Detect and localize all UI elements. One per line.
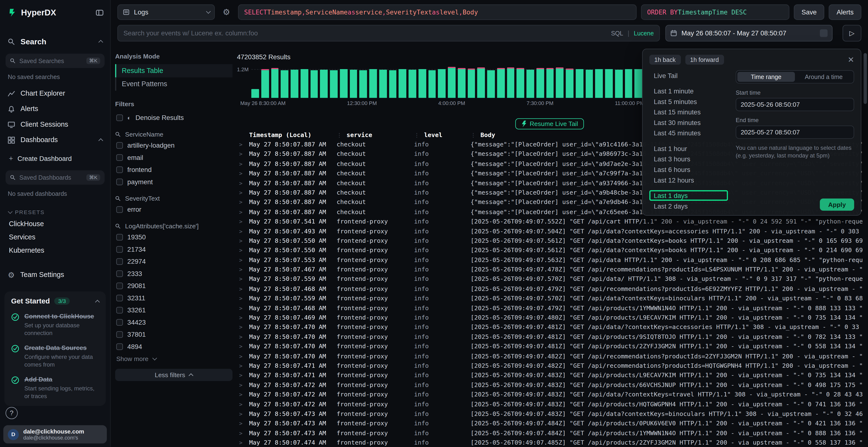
facet-value-checkbox[interactable]: 33261 <box>115 304 233 316</box>
log-row[interactable]: >May 27 8:50:07.559 AMfrontend-proxyinfo… <box>237 276 863 285</box>
analysis-mode-option[interactable]: Event Patterns <box>115 77 233 91</box>
log-row[interactable]: >May 27 8:50:07.493 AMfrontend-proxyinfo… <box>237 228 863 237</box>
create-dashboard-button[interactable]: + Create Dashboard <box>0 150 110 166</box>
facet-value-checkbox[interactable]: 4894 <box>115 341 233 353</box>
facet-value-checkbox[interactable]: 2333 <box>115 268 233 280</box>
alerts-button[interactable]: Alerts <box>829 4 862 20</box>
collapse-sidebar-icon[interactable] <box>96 9 103 16</box>
facet-field-header[interactable]: LogAttributes['cache.size'] <box>115 223 233 230</box>
sql-toggle[interactable]: SQL <box>611 30 623 37</box>
lucene-toggle[interactable]: Lucene <box>634 30 654 37</box>
help-button[interactable]: ? <box>5 407 18 419</box>
get-started-step[interactable]: Create Data SourcesConfigure where your … <box>11 344 99 369</box>
less-filters-button[interactable]: Less filters <box>115 369 233 381</box>
shift-back-button[interactable]: 1h back <box>649 55 681 65</box>
facet-value-checkbox[interactable]: 21734 <box>115 243 233 255</box>
scrollbar[interactable] <box>864 52 867 443</box>
log-row[interactable]: >May 27 8:50:07.471 AMfrontend-proxyinfo… <box>237 362 863 372</box>
log-row[interactable]: >May 27 8:50:07.473 AMfrontend-proxyinfo… <box>237 410 863 420</box>
log-row[interactable]: >May 27 8:50:07.470 AMfrontend-proxyinfo… <box>237 324 863 333</box>
facet-field-header[interactable]: ServiceName <box>115 131 233 138</box>
column-resize-handle[interactable]: ⋮ <box>414 132 420 138</box>
end-time-input[interactable] <box>736 126 854 139</box>
sidebar-item-dashboards[interactable]: Dashboards <box>0 132 110 148</box>
facet-value-checkbox[interactable]: 32311 <box>115 292 233 304</box>
run-query-button[interactable]: ▷ <box>842 25 861 41</box>
facet-value-checkbox[interactable]: artillery-loadgen <box>115 139 233 152</box>
facet-value-checkbox[interactable]: 19350 <box>115 231 233 243</box>
facet-value-checkbox[interactable]: frontend <box>115 164 233 176</box>
tab-around-a-time[interactable]: Around a time <box>795 72 852 82</box>
analysis-mode-option[interactable]: Results Table <box>115 64 233 77</box>
saved-dashboards-input[interactable]: Saved Dashboards ⌘K <box>5 170 105 185</box>
log-row[interactable]: >May 27 8:50:07.553 AMfrontend-proxyinfo… <box>237 256 863 266</box>
time-option[interactable]: Last 1 minute <box>649 86 728 96</box>
scrollbar-thumb[interactable] <box>864 53 867 104</box>
saved-searches-input[interactable]: Saved Searches ⌘K <box>5 54 105 68</box>
user-menu[interactable]: D dale@clickhouse.com dale@clickhouse.co… <box>3 425 107 444</box>
log-row[interactable]: >May 27 8:50:07.467 AMfrontend-proxyinfo… <box>237 266 863 276</box>
time-option[interactable]: Last 2 days <box>649 201 728 210</box>
log-row[interactable]: >May 27 8:50:07.559 AMfrontend-proxyinfo… <box>237 295 863 304</box>
save-button[interactable]: Save <box>794 4 824 20</box>
shift-forward-button[interactable]: 1h forward <box>685 55 724 65</box>
sql-orderby-editor[interactable]: ORDER BY TimestampTime DESC <box>641 4 789 20</box>
close-icon[interactable]: ✕ <box>848 56 854 64</box>
column-resize-handle[interactable]: ⋮ <box>471 132 476 138</box>
time-option[interactable]: Last 15 minutes <box>649 107 728 117</box>
log-row[interactable]: >May 27 8:50:07.470 AMfrontend-proxyinfo… <box>237 333 863 343</box>
time-option[interactable]: Last 12 hours <box>649 175 728 185</box>
log-row[interactable]: >May 27 8:50:07.472 AMfrontend-proxyinfo… <box>237 391 863 401</box>
get-started-step[interactable]: Connect to ClickHouseSet up your databas… <box>11 312 99 337</box>
log-row[interactable]: >May 27 8:50:07.550 AMfrontend-proxyinfo… <box>237 237 863 247</box>
log-row[interactable]: >May 27 8:50:07.472 AMfrontend-proxyinfo… <box>237 381 863 391</box>
log-row[interactable]: >May 27 8:50:07.474 AMfrontend-proxyinfo… <box>237 439 863 446</box>
facet-value-checkbox[interactable]: error <box>115 204 233 216</box>
facet-field-header[interactable]: SeverityText <box>115 195 233 202</box>
sidebar-item-alerts[interactable]: Alerts <box>0 101 110 116</box>
column-resize-handle[interactable]: ⋮ <box>337 132 342 138</box>
resume-live-tail-button[interactable]: Resume Live Tail <box>515 118 584 129</box>
sidebar-preset-item[interactable]: Kubernetes <box>0 244 110 257</box>
log-row[interactable]: >May 27 8:50:07.472 AMfrontend-proxyinfo… <box>237 401 863 410</box>
log-row[interactable]: >May 27 8:50:07.541 AMfrontend-proxyinfo… <box>237 218 863 228</box>
sql-select-editor[interactable]: SELECT Timestamp, ServiceName as service… <box>238 4 637 20</box>
sidebar-preset-item[interactable]: Services <box>0 231 110 244</box>
facet-value-checkbox[interactable]: payment <box>115 176 233 188</box>
facet-value-checkbox[interactable]: email <box>115 151 233 164</box>
facet-value-checkbox[interactable]: 37801 <box>115 329 233 341</box>
sidebar-item-client-sessions[interactable]: Client Sessions <box>0 116 110 132</box>
sidebar-item-chart-explorer[interactable]: Chart Explorer <box>0 86 110 101</box>
log-row[interactable]: >May 27 8:50:07.473 AMfrontend-proxyinfo… <box>237 420 863 429</box>
time-option[interactable]: Last 3 hours <box>649 153 728 164</box>
show-more-link[interactable]: Show more <box>115 353 233 362</box>
sidebar-preset-item[interactable]: ClickHouse <box>0 217 110 231</box>
log-row[interactable]: >May 27 8:50:07.470 AMfrontend-proxyinfo… <box>237 353 863 362</box>
log-row[interactable]: >May 27 8:50:07.468 AMfrontend-proxyinfo… <box>237 285 863 295</box>
search-input[interactable] <box>123 29 607 37</box>
time-range-input[interactable]: May 26 08:50:07 - May 27 08:50:07 <box>665 25 833 41</box>
time-option-live-tail[interactable]: Live Tail <box>649 70 728 81</box>
log-row[interactable]: >May 27 8:50:07.468 AMfrontend-proxyinfo… <box>237 304 863 314</box>
log-row[interactable]: >May 27 8:50:07.470 AMfrontend-proxyinfo… <box>237 343 863 353</box>
facet-value-checkbox[interactable]: 22974 <box>115 255 233 268</box>
facet-value-checkbox[interactable]: 34423 <box>115 316 233 329</box>
log-row[interactable]: >May 27 8:50:07.473 AMfrontend-proxyinfo… <box>237 429 863 439</box>
facet-value-checkbox[interactable]: 29081 <box>115 280 233 292</box>
time-option[interactable]: Last 6 hours <box>649 164 728 175</box>
time-option[interactable]: Last 1 hour <box>649 143 728 154</box>
apply-button[interactable]: Apply <box>820 199 854 211</box>
sidebar-item-team-settings[interactable]: ⚙ Team Settings <box>0 267 110 282</box>
sidebar-item-search[interactable]: Search <box>0 34 110 49</box>
time-option[interactable]: Last 30 minutes <box>649 117 728 128</box>
get-started-header[interactable]: Get Started 3/3 <box>11 297 99 305</box>
time-option[interactable]: Last 45 minutes <box>649 128 728 138</box>
presets-toggle[interactable]: PRESETS <box>0 202 110 217</box>
log-row[interactable]: >May 27 8:50:07.471 AMfrontend-proxyinfo… <box>237 372 863 381</box>
start-time-input[interactable] <box>736 98 854 111</box>
source-select[interactable]: Logs <box>117 4 215 20</box>
denoise-results-checkbox[interactable]: ◐ Denoise Results <box>115 112 233 124</box>
time-option[interactable]: Last 1 days <box>649 190 728 201</box>
tab-time-range[interactable]: Time range <box>737 72 795 82</box>
log-row[interactable]: >May 27 8:50:07.469 AMfrontend-proxyinfo… <box>237 314 863 324</box>
